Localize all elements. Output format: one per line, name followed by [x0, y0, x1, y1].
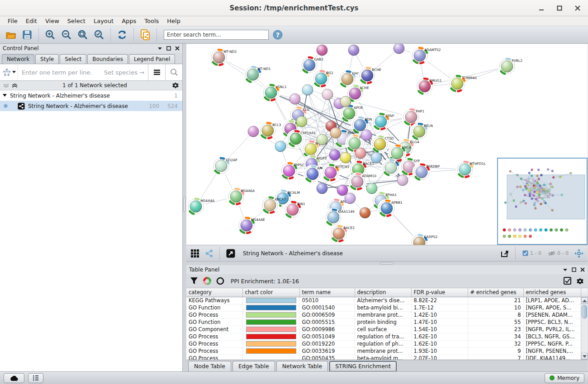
network-node[interactable]: BIN1: [285, 202, 305, 217]
horizontal-splitter[interactable]: [186, 262, 588, 265]
network-row-selected[interactable]: String Network - Alzheimer's disease 100…: [0, 101, 182, 111]
donut-chart-icon[interactable]: [203, 276, 212, 286]
network-node[interactable]: TOMM40: [450, 76, 477, 91]
tab-style[interactable]: Style: [35, 54, 59, 64]
menu-item-help[interactable]: Help: [164, 17, 184, 25]
network-node[interactable]: [371, 152, 382, 163]
column-header-category[interactable]: category: [186, 288, 242, 297]
float-panel-icon[interactable]: [572, 267, 576, 272]
network-node[interactable]: [340, 152, 351, 163]
network-node[interactable]: RELN: [412, 124, 433, 139]
network-node[interactable]: APBB1: [379, 201, 403, 216]
network-node[interactable]: ADAMTS2: [412, 48, 441, 63]
vertical-splitter[interactable]: [183, 44, 186, 371]
string-query-input[interactable]: [18, 64, 148, 80]
network-node[interactable]: SMUG1: [417, 79, 442, 94]
column-header-enriched-genes[interactable]: enriched genes: [523, 288, 581, 297]
network-node[interactable]: [302, 84, 313, 95]
network-node[interactable]: [329, 150, 340, 160]
save-session-button[interactable]: [20, 28, 34, 42]
expand-all-icon[interactable]: [12, 84, 18, 88]
network-collection-row[interactable]: String Network - Alzheimer's disease 1: [0, 90, 182, 101]
close-panel-icon[interactable]: [175, 46, 180, 51]
close-panel-icon[interactable]: [580, 267, 585, 272]
minimize-icon[interactable]: [536, 3, 547, 14]
network-node[interactable]: ACHE: [347, 86, 369, 101]
menu-item-file[interactable]: File: [5, 17, 21, 25]
enrichment-row[interactable]: GO ProcessGO:0051049regulation of tra...…: [186, 333, 588, 340]
scroll-up-arrow[interactable]: [581, 297, 588, 304]
enrichment-row[interactable]: GO ProcessGO:0033619membrane prot...1.93…: [186, 347, 588, 355]
network-node[interactable]: GFAP: [373, 114, 394, 129]
tab-select[interactable]: Select: [60, 54, 86, 64]
network-node[interactable]: MT-ND1: [245, 67, 271, 82]
enrichment-row[interactable]: GO ComponentGO:0009986cell surface1.54E-…: [186, 326, 588, 333]
birdseye-toggle-button[interactable]: [203, 247, 215, 260]
close-icon[interactable]: [572, 3, 583, 14]
zoom-out-button[interactable]: [59, 28, 74, 42]
splitter-handle[interactable]: [183, 197, 185, 212]
network-node[interactable]: MTHFD1L: [457, 162, 486, 177]
network-node[interactable]: [360, 207, 370, 218]
network-node[interactable]: [317, 45, 327, 56]
scroll-down-arrow[interactable]: [581, 353, 588, 360]
network-node[interactable]: [340, 96, 351, 107]
column-header-term-name[interactable]: term name: [299, 288, 355, 297]
network-node[interactable]: PHF1: [403, 109, 425, 125]
scroll-thumb[interactable]: [582, 305, 587, 318]
network-node[interactable]: [337, 185, 348, 196]
birdseye-navigator[interactable]: [497, 158, 588, 245]
network-node[interactable]: MS4A4E: [239, 218, 265, 233]
search-input[interactable]: [164, 30, 269, 40]
enrichment-row[interactable]: GO ProcessGO:0006509membrane prot...1.42…: [186, 311, 588, 318]
expander-icon[interactable]: [3, 94, 7, 97]
column-header-enriched-genes[interactable]: # enriched genes: [468, 288, 523, 297]
tab-network[interactable]: Network: [2, 54, 34, 64]
network-node[interactable]: [317, 134, 327, 145]
zoom-in-button[interactable]: [43, 28, 57, 42]
task-history-button[interactable]: [28, 373, 43, 383]
menu-item-edit[interactable]: Edit: [23, 17, 40, 25]
network-node[interactable]: [355, 148, 366, 159]
network-node[interactable]: [361, 130, 372, 140]
memory-button[interactable]: Memory: [545, 373, 584, 383]
network-node[interactable]: MS4A4A: [188, 199, 215, 214]
filter-icon[interactable]: [190, 277, 198, 285]
network-node[interactable]: [275, 141, 286, 152]
table-settings-gear-icon[interactable]: [576, 277, 584, 285]
tab-legend-panel[interactable]: Legend Panel: [129, 54, 175, 64]
menu-item-apps[interactable]: Apps: [119, 17, 139, 25]
menu-item-layout[interactable]: Layout: [90, 17, 117, 25]
network-node[interactable]: MT-ND2: [211, 50, 237, 65]
menu-item-tools[interactable]: Tools: [141, 17, 162, 25]
export-network-button[interactable]: [498, 247, 511, 260]
network-node[interactable]: KIAA1149: [326, 210, 355, 225]
tab-string-enrichment[interactable]: STRING Enrichment: [329, 361, 397, 371]
detach-view-button[interactable]: [224, 247, 237, 260]
collapse-all-icon[interactable]: [3, 84, 9, 88]
network-node[interactable]: [296, 116, 307, 127]
network-node[interactable]: CD2AP: [213, 158, 237, 173]
network-node[interactable]: [317, 183, 327, 194]
network-node[interactable]: [322, 89, 333, 100]
menu-item-view[interactable]: View: [42, 17, 62, 25]
panel-menu-icon[interactable]: [157, 47, 162, 50]
tab-edge-table[interactable]: Edge Table: [232, 361, 275, 371]
network-node[interactable]: PPP5C: [281, 163, 304, 178]
network-node[interactable]: [366, 183, 377, 194]
network-node[interactable]: BCL3: [260, 123, 281, 138]
network-node[interactable]: [330, 127, 341, 138]
enrichment-row[interactable]: KEGG Pathways05010Alzheimer's dise...8.8…: [186, 297, 588, 304]
network-node[interactable]: [394, 44, 404, 54]
tab-node-table[interactable]: Node Table: [188, 361, 231, 371]
network-node[interactable]: BACE2: [331, 226, 355, 241]
tab-network-table[interactable]: Network Table: [276, 361, 328, 371]
network-node[interactable]: CHAT: [340, 71, 361, 87]
cloud-button[interactable]: [4, 373, 24, 383]
enrichment-row[interactable]: GO FunctionGO:0005515protein binding1.47…: [186, 318, 588, 326]
column-header-chart-color[interactable]: chart color: [242, 288, 299, 297]
network-node[interactable]: [397, 175, 408, 186]
help-button[interactable]: ?: [270, 28, 285, 42]
network-node[interactable]: [348, 45, 359, 56]
string-options-button[interactable]: [148, 64, 165, 80]
